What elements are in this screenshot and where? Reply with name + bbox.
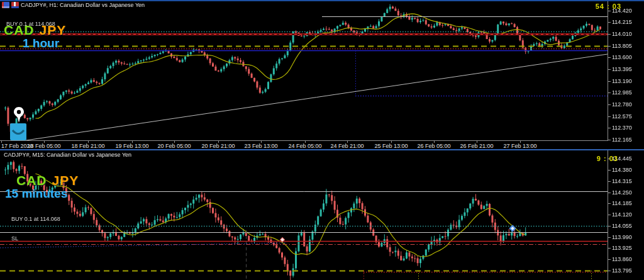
price-axis-tick: [608, 140, 611, 140]
time-axis-label: 18 Feb 21:00: [71, 143, 104, 148]
price-axis-tick: [608, 128, 611, 128]
price-axis-tick: [608, 248, 611, 249]
price-axis-label: 114.120: [612, 211, 632, 218]
time-axis-label: 24 Feb 05:00: [288, 143, 321, 148]
m15-candle-countdown-timer: 9 : 03: [586, 155, 618, 162]
price-axis-label: 113.925: [612, 245, 632, 251]
price-axis-label: 114.010: [612, 31, 632, 37]
price-axis-label: 112.165: [612, 137, 632, 143]
price-axis-tick: [608, 11, 611, 11]
h1-buy-order-label: BUY 0.1 at 114.068: [6, 21, 55, 27]
time-axis-label: 24 Feb 21:00: [330, 143, 364, 148]
price-axis-tick: [608, 215, 611, 215]
price-axis-tick: [608, 46, 611, 47]
price-axis-tick: [608, 116, 611, 117]
pin-marker-icon[interactable]: [13, 106, 25, 123]
time-axis-label: 19 Feb 13:00: [115, 143, 148, 148]
time-axis-label: 23 Feb 13:00: [244, 143, 277, 148]
price-axis-tick: [608, 226, 611, 227]
m15-chart-panel: CADJPY#, M15: Canadian Dollar vs Japanes…: [0, 149, 644, 280]
m15-title-row: CADJPY#, M15: Canadian Dollar vs Japanes…: [4, 152, 131, 158]
time-axis-label: 27 Feb 13:00: [503, 143, 536, 148]
price-axis-tick: [608, 271, 611, 271]
price-axis-tick: [608, 22, 611, 23]
price-axis-tick: [608, 81, 611, 82]
price-axis-tick: [608, 92, 611, 93]
price-axis-tick: [608, 69, 611, 70]
ohlc-grid-icon: [2, 2, 9, 8]
price-axis-tick: [608, 57, 611, 58]
price-axis-label: 114.055: [612, 223, 632, 229]
price-axis-tick: [608, 104, 611, 105]
time-axis-label: 18 Feb 05:00: [27, 143, 60, 148]
price-axis-tick: [608, 203, 611, 204]
price-axis-label: 113.795: [612, 267, 632, 274]
price-axis-label: 114.510: [612, 149, 632, 151]
price-axis-label: 114.215: [612, 19, 632, 25]
price-axis-tick: [608, 170, 611, 171]
price-axis-label: 114.315: [612, 178, 632, 184]
price-axis-label: 113.600: [612, 54, 632, 60]
price-axis-label: 114.380: [612, 167, 632, 173]
m15-chart-title: CADJPY#, M15: Canadian Dollar vs Japanes…: [4, 152, 131, 158]
price-axis-tick: [608, 181, 611, 182]
price-axis-tick: [608, 259, 611, 260]
price-axis-tick: [608, 193, 611, 193]
m15-chart-canvas[interactable]: [0, 150, 608, 280]
time-axis-label: 20 Feb 05:00: [157, 143, 191, 148]
h1-title-row: CADJPY#, H1: Canadian Dollar vs Japanese…: [2, 2, 145, 8]
price-axis-label: 113.395: [612, 66, 632, 72]
price-axis-tick: [608, 34, 611, 35]
h1-chart-panel: CADJPY#, H1: Canadian Dollar vs Japanese…: [0, 1, 644, 148]
time-axis-label: 25 Feb 13:00: [374, 143, 408, 148]
h1-price-axis[interactable]: 114.420114.215114.010113.805113.600113.3…: [608, 1, 644, 140]
h1-time-axis[interactable]: 17 Feb 202018 Feb 05:0018 Feb 21:0019 Fe…: [0, 140, 608, 148]
price-axis-label: 114.250: [612, 189, 632, 196]
time-axis-label: 26 Feb 05:00: [417, 143, 450, 148]
price-axis-label: 113.190: [612, 78, 632, 84]
price-axis-label: 114.185: [612, 200, 632, 206]
m15-buy-order-label: BUY 0.1 at 114.068: [11, 216, 60, 222]
time-axis-label: 20 Feb 21:00: [201, 143, 235, 148]
smiley-marker-icon[interactable]: [10, 123, 26, 140]
price-axis-tick: [608, 237, 611, 238]
time-axis-label: 26 Feb 21:00: [460, 143, 493, 148]
mt4-workspace: CADJPY#, H1: Canadian Dollar vs Japanese…: [0, 0, 644, 280]
price-axis-label: 112.575: [612, 113, 632, 120]
price-axis-label: 113.990: [612, 234, 632, 240]
stop-loss-label: SL: [11, 235, 18, 242]
h1-chart-canvas[interactable]: [0, 1, 608, 140]
h1-chart-title: CADJPY#, H1: Canadian Dollar vs Japanese…: [21, 2, 145, 8]
price-axis-label: 113.805: [612, 43, 632, 49]
price-axis-label: 112.985: [612, 89, 632, 96]
price-axis-label: 112.780: [612, 101, 632, 108]
m15-price-axis[interactable]: 114.510114.445114.380114.315114.250114.1…: [608, 150, 644, 280]
h1-candle-countdown-timer: 54 : 03: [589, 3, 621, 10]
price-axis-label: 112.370: [612, 125, 632, 131]
chart-symbol-icon: [11, 2, 19, 8]
price-axis-label: 113.860: [612, 256, 632, 262]
